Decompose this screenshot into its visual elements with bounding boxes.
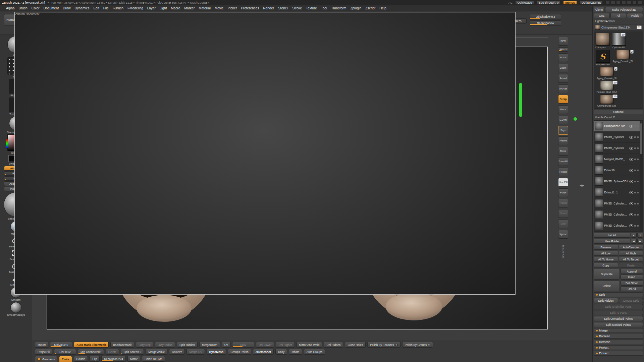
all-high-button[interactable]: All High bbox=[619, 251, 643, 256]
menu-item[interactable]: Draw bbox=[61, 6, 72, 10]
leftdock-item-smoothvalleys[interactable]: SmoothValleys bbox=[7, 302, 25, 316]
tool-thumbnail[interactable]: 2 Aging_Female_St bbox=[595, 67, 618, 80]
tray-button[interactable]: SDiv bbox=[232, 342, 254, 348]
menu-item[interactable]: Color bbox=[30, 6, 42, 10]
polypaint-icon[interactable] bbox=[634, 181, 636, 182]
visibility-eye-icon[interactable] bbox=[629, 191, 633, 194]
subtool-row[interactable]: PM3D_Sphere3D1 bbox=[594, 176, 643, 187]
subtool-row[interactable]: Chimpanzee Step1234 bbox=[594, 121, 643, 132]
polypaint-icon[interactable] bbox=[634, 225, 636, 227]
tool-thumbnail[interactable]: 10 Cylinder3D bbox=[611, 33, 626, 49]
move-up-button[interactable]: ▲ bbox=[631, 233, 637, 238]
autoreorder-button[interactable]: AutoReorder bbox=[619, 245, 643, 250]
menu-item[interactable]: I-Modeling bbox=[125, 6, 145, 10]
menu-item[interactable]: Light bbox=[158, 6, 169, 10]
right-shelf-button[interactable]: Zoom3D bbox=[558, 157, 568, 166]
tray-button[interactable]: Split Screen 0 bbox=[121, 349, 144, 355]
goz-visible-button[interactable]: Visible bbox=[627, 13, 643, 18]
right-shelf-button[interactable]: Actual bbox=[558, 74, 568, 83]
menu-item[interactable]: Zscript bbox=[363, 6, 377, 10]
tool-thumbnail[interactable]: Chimpanzee Ste bbox=[595, 33, 610, 49]
tray-button[interactable]: Auto Mask FiberMesh bbox=[74, 342, 109, 348]
scroll-thumb[interactable] bbox=[640, 123, 642, 154]
remesh-section-header[interactable]: Remesh bbox=[594, 340, 643, 344]
tray-button[interactable]: Double bbox=[74, 356, 88, 362]
right-shelf-button[interactable]: BPR bbox=[558, 37, 568, 46]
uv-icon[interactable] bbox=[637, 214, 639, 216]
right-shelf-button[interactable]: Floor bbox=[558, 105, 568, 114]
insert-button[interactable]: Insert bbox=[621, 275, 643, 280]
menu-item[interactable]: Macro bbox=[169, 6, 182, 10]
visibility-eye-icon[interactable] bbox=[629, 224, 633, 227]
polypaint-icon[interactable] bbox=[634, 147, 636, 149]
polypaint-icon[interactable] bbox=[634, 125, 636, 127]
split-hidden-button[interactable]: Split Hidden bbox=[594, 298, 618, 303]
polypaint-icon[interactable] bbox=[634, 192, 636, 193]
deepshadow-slider[interactable]: DeepShadow bbox=[530, 20, 561, 26]
subtool-row[interactable]: Extract1_1 bbox=[594, 187, 643, 198]
menu-item[interactable]: Stroke bbox=[290, 6, 304, 10]
del-all-button[interactable]: Del All bbox=[621, 286, 643, 291]
visibility-eye-icon[interactable] bbox=[629, 158, 633, 161]
right-shelf-button[interactable]: Ghost bbox=[558, 209, 568, 218]
uv-icon[interactable] bbox=[637, 159, 639, 160]
right-shelf-button[interactable]: Xpose bbox=[558, 230, 568, 239]
current-tool[interactable]: Chimpanzee Step1234. 51 bbox=[594, 24, 643, 31]
menu-item[interactable]: Marker bbox=[182, 6, 197, 10]
uv-icon[interactable] bbox=[637, 147, 639, 149]
tray-button[interactable]: Polish By Features bbox=[367, 342, 400, 348]
tray-button[interactable]: ZRemesher bbox=[253, 349, 274, 355]
tray-button[interactable]: Auto Groups bbox=[304, 349, 325, 355]
clone-button[interactable]: Clone bbox=[594, 7, 604, 12]
split-similar-parts-button[interactable]: Split To Similar Parts bbox=[594, 304, 643, 309]
merge-section-header[interactable]: Merge bbox=[594, 328, 643, 333]
right-shelf-button[interactable]: SPix 3 bbox=[558, 47, 568, 52]
subtool-section-header[interactable]: Subtool bbox=[594, 110, 643, 114]
menu-item[interactable]: Tool bbox=[319, 6, 329, 10]
tray-button[interactable]: LazyStep bbox=[136, 342, 153, 348]
tray-button[interactable]: Del Higher bbox=[276, 342, 294, 348]
uv-icon[interactable] bbox=[637, 225, 639, 227]
menu-item[interactable]: Preferences bbox=[239, 6, 261, 10]
delete-button[interactable]: Delete bbox=[594, 281, 620, 291]
titlebar-icon[interactable] bbox=[627, 1, 631, 5]
folder-left-button[interactable]: ◀ bbox=[631, 239, 637, 244]
menu-item[interactable]: Movie bbox=[213, 6, 226, 10]
menu-item[interactable]: Document bbox=[42, 6, 61, 10]
tray-button[interactable]: MergeVisible bbox=[146, 349, 167, 355]
tray-button[interactable]: Del Lower bbox=[256, 342, 274, 348]
visibility-eye-icon[interactable] bbox=[629, 169, 633, 172]
project-section-header[interactable]: Project bbox=[594, 345, 643, 350]
visibility-eye-icon[interactable] bbox=[629, 136, 633, 139]
menu-item[interactable]: Zplugin bbox=[348, 6, 363, 10]
subtool-row[interactable]: Merged_PM3D_Cylinder3D5 bbox=[594, 154, 643, 165]
right-shelf-button[interactable]: Scroll bbox=[558, 53, 568, 62]
menu-item[interactable]: Material bbox=[197, 6, 213, 10]
menu-item[interactable]: Stencil bbox=[276, 6, 290, 10]
tray-button[interactable]: BackfaceMask bbox=[110, 342, 134, 348]
extract-section-header[interactable]: Extract bbox=[594, 351, 643, 356]
right-shelf-button[interactable]: AAHalf bbox=[558, 84, 568, 93]
panel-divider-handle[interactable]: ◀▶ bbox=[580, 184, 584, 187]
tray-button[interactable]: Dist 0.02 bbox=[54, 349, 76, 355]
tray-button[interactable]: Mirror And Weld bbox=[297, 342, 322, 348]
right-shelf-button[interactable]: Rotate bbox=[558, 168, 568, 176]
tool-thumbnail[interactable]: 10 Female Skull OBJ bbox=[595, 81, 618, 94]
copy-button[interactable]: Copy bbox=[594, 263, 618, 268]
tray-button[interactable]: Import bbox=[35, 342, 48, 348]
right-shelf-button[interactable]: Sxyz bbox=[558, 126, 568, 135]
tray-button[interactable]: Del Hidden bbox=[324, 342, 343, 348]
toggle-dot-icon[interactable] bbox=[395, 344, 398, 346]
visibility-eye-icon[interactable] bbox=[629, 125, 633, 128]
right-shelf-button[interactable]: Move bbox=[558, 147, 568, 156]
uv-icon[interactable] bbox=[637, 181, 639, 182]
split-to-parts-button[interactable]: Split To Parts bbox=[594, 310, 643, 315]
subtool-row[interactable]: PM3D_Cylinder3D4 bbox=[594, 209, 643, 220]
tray-button[interactable]: Min Connected f bbox=[78, 349, 104, 355]
all-to-target-button[interactable]: All To Target bbox=[619, 257, 643, 262]
split-unmasked-points-button[interactable]: Split Unmasked Points bbox=[594, 316, 643, 321]
append-button[interactable]: Append bbox=[621, 269, 643, 274]
polypaint-icon[interactable] bbox=[634, 214, 636, 216]
subtool-row[interactable]: PM3D_Cylinder3D3 bbox=[594, 198, 643, 209]
subtool-scrollbar[interactable]: ▲ bbox=[640, 121, 643, 231]
